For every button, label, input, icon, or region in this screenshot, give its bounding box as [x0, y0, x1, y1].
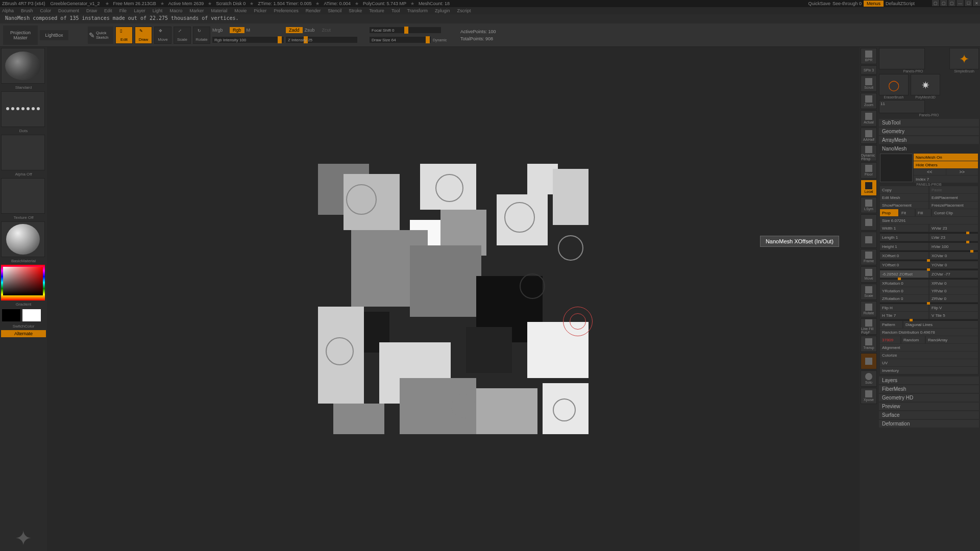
brush-thumb[interactable] — [1, 48, 45, 84]
draw-size-slider[interactable]: Draw Size 64 — [370, 37, 431, 43]
section-surface[interactable]: Surface — [879, 411, 979, 419]
texture-thumb[interactable] — [1, 178, 45, 214]
move-button[interactable]: ✥Move — [154, 27, 172, 44]
zrotation[interactable]: ZRotation 0 — [880, 295, 928, 302]
section-layers[interactable]: Layers — [879, 377, 979, 384]
actual-btn[interactable]: Actual — [861, 110, 877, 127]
menu-item[interactable]: Marker — [189, 8, 204, 13]
section-nanomesh[interactable]: NanoMesh — [879, 145, 979, 153]
material-thumb[interactable] — [1, 221, 45, 257]
prop[interactable]: Prop — [880, 209, 898, 216]
ghost-btn[interactable] — [861, 353, 877, 369]
draw-button[interactable]: ✎Draw — [135, 27, 152, 44]
section-geometryhd[interactable]: Geometry HD — [879, 394, 979, 402]
menu-item[interactable]: Material — [211, 8, 227, 13]
menu-item[interactable]: Movie — [234, 8, 247, 13]
tool-thumb[interactable]: ◯ — [879, 74, 909, 95]
color-picker[interactable] — [1, 265, 45, 300]
rotate-button[interactable]: ↻Rotate — [193, 27, 210, 44]
flip-h[interactable]: Flip H — [880, 304, 928, 311]
const-clip[interactable]: Const Clip — [932, 209, 978, 216]
focal-shift-slider[interactable]: Focal Shift 0 — [370, 27, 441, 33]
win-btn[interactable]: ▢ — [940, 0, 947, 6]
win-maximize[interactable]: ☐ — [965, 0, 972, 6]
quick-sketch[interactable]: ✎Quick Sketch — [88, 27, 113, 44]
yovar[interactable]: YOVar 0 — [929, 261, 978, 268]
menu-item[interactable]: Tool — [391, 8, 400, 13]
section-arraymesh[interactable]: ArrayMesh — [879, 136, 979, 144]
alternate-btn[interactable]: Alternate — [1, 330, 46, 337]
yrotation[interactable]: YRotation 0 — [880, 287, 928, 294]
win-minimize[interactable]: — — [957, 0, 964, 6]
aahalf-btn[interactable]: AAHalf — [861, 128, 877, 144]
win-close[interactable]: ✕ — [973, 0, 980, 6]
xrvar[interactable]: XRVar 0 — [929, 280, 978, 287]
scroll-btn[interactable]: Scroll — [861, 76, 877, 92]
menu-item[interactable]: Layer — [134, 8, 145, 13]
flip-v[interactable]: Flip V — [929, 304, 978, 311]
hide-others[interactable]: Hide Others — [914, 161, 978, 168]
menu-item[interactable]: Render — [306, 8, 321, 13]
edit-placement[interactable]: EditPlacement — [929, 194, 978, 201]
nano-preview[interactable] — [880, 154, 913, 182]
size[interactable]: Size 6.07291 — [880, 217, 978, 224]
polyf-btn[interactable]: Line Fill PolyF — [861, 318, 877, 335]
height[interactable]: Height 1 — [880, 243, 928, 250]
random-dist[interactable]: Random Distribution 0.49678 — [880, 329, 978, 336]
tool-thumb[interactable]: ✷ — [911, 74, 940, 95]
random-btn[interactable]: Random — [901, 336, 925, 343]
zoffset[interactable]: -6.28582 ZOffset — [880, 270, 928, 278]
edit-button[interactable]: ▯Edit — [115, 27, 133, 44]
yoffset[interactable]: YOffset 0 — [880, 261, 928, 268]
lightbox[interactable]: LightBox — [40, 30, 68, 40]
hvar[interactable]: HVar 100 — [929, 243, 978, 250]
xovar[interactable]: XOVar 0 — [929, 252, 978, 259]
lvar[interactable]: LVar 23 — [929, 234, 978, 241]
swatch-black[interactable] — [2, 309, 20, 321]
section-preview[interactable]: Preview — [879, 403, 979, 410]
move-view-btn[interactable]: Move — [861, 266, 877, 283]
stroke-thumb[interactable] — [1, 91, 45, 127]
pattern[interactable]: Pattern — [880, 321, 902, 328]
scale-view-btn[interactable]: Scale — [861, 284, 877, 300]
menu-item[interactable]: Preferences — [274, 8, 299, 13]
center-btn[interactable] — [861, 214, 877, 231]
uv[interactable]: UV — [880, 359, 978, 366]
menu-item[interactable]: Light — [153, 8, 163, 13]
zadd-button[interactable]: Zadd — [286, 27, 303, 33]
section-fibermesh[interactable]: FiberMesh — [879, 385, 979, 393]
transp-btn[interactable]: Transp — [861, 336, 877, 352]
length[interactable]: Length 1 — [880, 234, 928, 241]
colorize[interactable]: Colorize — [880, 352, 978, 359]
quicksave[interactable]: QuickSave — [808, 1, 830, 6]
spix-btn[interactable]: SPix 3 — [861, 65, 877, 74]
canvas[interactable]: NanoMesh XOffset (In/Out) — [47, 47, 860, 551]
tool-thumb[interactable]: ✦ — [949, 48, 979, 69]
show-placement[interactable]: ShowPlacement — [880, 202, 928, 209]
zrvar[interactable]: ZRVar 0 — [929, 295, 978, 302]
bpr-btn[interactable]: BPR — [861, 48, 877, 64]
section-geometry[interactable]: Geometry — [879, 128, 979, 135]
index-prev[interactable]: << — [914, 169, 946, 175]
xrotation[interactable]: XRotation 0 — [880, 280, 928, 287]
edit-mesh[interactable]: Edit Mesh — [880, 194, 928, 201]
menu-item[interactable]: File — [119, 8, 127, 13]
menus-btn[interactable]: Menus — [864, 1, 884, 7]
alpha-thumb[interactable] — [1, 135, 45, 170]
fit[interactable]: Fit — [899, 209, 915, 216]
fill[interactable]: Fill — [916, 209, 931, 216]
menu-item[interactable]: Zplugin — [435, 8, 450, 13]
menu-item[interactable]: Brush — [21, 8, 33, 13]
win-btn[interactable]: ▢ — [932, 0, 939, 6]
scale-button[interactable]: ⤢Scale — [174, 27, 191, 44]
inventory[interactable]: Inventory — [880, 367, 978, 374]
seed[interactable]: 37809 — [880, 336, 900, 343]
projection-master[interactable]: Projection Master — [3, 26, 38, 45]
rotate-view-btn[interactable]: Rotate — [861, 301, 877, 317]
rgb-intensity-slider[interactable]: Rgb Intensity 100 — [212, 37, 284, 43]
menu-item[interactable]: Document — [58, 8, 79, 13]
z-intensity-slider[interactable]: Z Intensity 25 — [286, 37, 357, 43]
wvar[interactable]: WVar 23 — [929, 224, 978, 232]
seethrough[interactable]: See-through 0 — [832, 1, 862, 6]
rgb-button[interactable]: Rgb — [230, 27, 244, 33]
